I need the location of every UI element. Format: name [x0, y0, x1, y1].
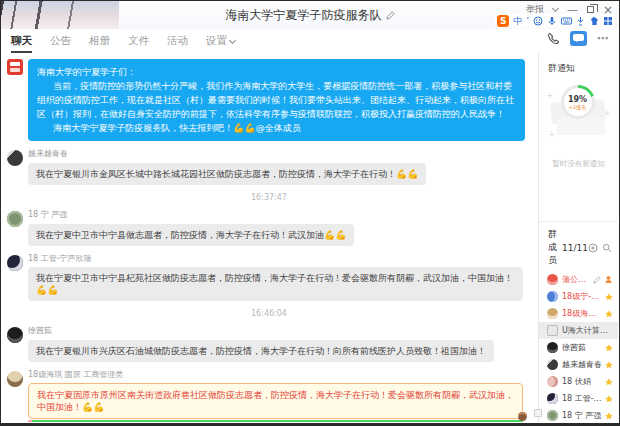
muscle-emoji: 💪💪 [82, 402, 104, 412]
member-avatar [547, 291, 558, 302]
avatar[interactable] [7, 327, 23, 343]
muscle-emoji: 💪💪 [36, 285, 58, 295]
member-row[interactable]: 徐茜茹 ★ [539, 339, 618, 356]
message-bubble[interactable]: 我在宁夏银川市兴庆区石油城做防疫志愿者，防控疫情，海大学子在行动！向所有前线医护… [28, 340, 494, 362]
sender-name: 18级海琪 固原 工商管理类 [28, 369, 523, 380]
tab-activities[interactable]: 活动 [167, 34, 188, 53]
owner-badge-icon [604, 275, 613, 284]
tab-chat[interactable]: 聊天 [11, 34, 32, 53]
star-icon: ★ [605, 309, 613, 319]
mic-icon[interactable] [547, 16, 557, 26]
member-avatar [547, 342, 558, 353]
call-toolbar: ⋯ [547, 31, 609, 46]
chat-message: 18 宁 严强 我在宁夏中卫市中宁县做志愿者，防控疫情，海大学子在行动！武汉加油… [1, 209, 537, 246]
member-row[interactable]: 18级宁-孟子仪 ★ [539, 288, 618, 305]
mention-all[interactable]: @全体成员 [256, 123, 301, 133]
member-avatar [547, 308, 558, 319]
member-avatar [547, 274, 558, 285]
handwriting-icon[interactable] [576, 16, 585, 26]
member-avatar [547, 410, 558, 421]
group-sidebar: 群通知 + + + 19% +1慢充 暂时没有新通知 群成员 11/11 [538, 53, 618, 422]
member-row[interactable]: 18级海琪 固原 工商管理类 ★ [539, 305, 618, 322]
group-video-icon[interactable] [570, 31, 587, 46]
notice-empty-text: 暂时没有新通知 [539, 159, 618, 169]
announcement-message: 海南大学的宁夏学子们： 当前，疫情防控的形势仍然十分严峻，我们作为海南大学的大学… [1, 59, 537, 141]
message-bubble[interactable]: 我在宁夏银川市金凤区长城中路长城花园社区做防疫志愿者，防控疫情，海大学子在行动！… [28, 163, 426, 185]
timestamp: 16:37:47 [1, 193, 537, 202]
tab-albums[interactable]: 相册 [89, 34, 110, 53]
chinese-mode-icon[interactable]: 中 [513, 15, 522, 27]
bubble-progress-bar [28, 420, 523, 422]
group-title: 海南大学宁夏学子防疫服务队 [226, 7, 382, 24]
close-button[interactable]: × [603, 5, 613, 15]
punctuation-icon[interactable]: ’ [526, 15, 529, 27]
sender-name: 越来越青春 [28, 148, 426, 159]
announcement-avatar[interactable] [7, 59, 23, 75]
member-row[interactable]: 蒲公英浮尘 [539, 271, 618, 288]
announcement-salutation: 海南大学的宁夏学子们： [37, 65, 516, 79]
timestamp: 16:46:04 [1, 309, 537, 318]
muscle-emoji: 💪💪 [233, 123, 255, 133]
member-row[interactable]: 越来越青春 ★ [539, 356, 618, 373]
chat-message: 徐茜茹 我在宁夏银川市兴庆区石油城做防疫志愿者，防控疫情，海大学子在行动！向所有… [1, 325, 537, 362]
avatar[interactable] [7, 150, 23, 166]
message-bubble[interactable]: 我在宁夏固原市原州区南关街道政府巷社区做防疫志愿者，防控疫情，海大学子在行动！爱… [28, 383, 523, 419]
edit-card-icon[interactable] [593, 276, 601, 284]
bubble-pet-icon [518, 412, 527, 421]
chat-message-area[interactable]: 海南大学的宁夏学子们： 当前，疫情防控的形势仍然十分严峻，我们作为海南大学的大学… [1, 53, 537, 422]
avatar[interactable] [7, 211, 23, 227]
search-members-icon[interactable] [602, 243, 612, 253]
member-row[interactable]: 18 宁 严强 ★ [539, 407, 618, 424]
announcement-bubble[interactable]: 海南大学的宁夏学子们： 当前，疫情防控的形势仍然十分严峻，我们作为海南大学的大学… [28, 59, 525, 141]
battery-ring-icon: 19% +1慢充 [561, 85, 595, 119]
chat-message: 18 工管-宁严欣瑞 我在宁夏中卫市中宁县杞苑社区做防疫志愿者，防控疫情，海大学… [1, 253, 537, 301]
tab-files[interactable]: 文件 [128, 34, 149, 53]
avatar[interactable] [7, 255, 23, 271]
members-header: 群成员 11/11 [539, 222, 618, 271]
star-icon: ★ [605, 377, 613, 387]
message-bubble[interactable]: 我在宁夏中卫市中宁县做志愿者，防控疫情，海大学子在行动！武汉加油💪💪 [28, 224, 354, 246]
chevron-down-icon [229, 36, 236, 43]
sender-name: 18 宁 严强 [28, 209, 354, 220]
announcement-body: 当前，疫情防控的形势仍然十分严峻，我们作为海南大学的大学生，要根据疫情防控统一部… [37, 79, 516, 121]
avatar[interactable] [7, 371, 23, 387]
star-icon: ★ [605, 411, 613, 421]
notice-empty-illustration: + + + 19% +1慢充 [547, 83, 611, 145]
toolbox-icon[interactable] [603, 16, 613, 26]
message-bubble[interactable]: 我在宁夏中卫市中宁县杞苑社区做防疫志愿者，防控疫情，海大学子在行动！爱会驱散所有… [28, 267, 523, 301]
sidebar-collapse-handle-icon[interactable] [534, 409, 542, 417]
chat-message-highlighted: 18级海琪 固原 工商管理类 我在宁夏固原市原州区南关街道政府巷社区做防疫志愿者… [1, 369, 537, 422]
member-avatar [547, 359, 558, 370]
qq-group-chat-window: 海南大学宁夏学子防疫服务队 举报 — × S 中 ’ 聊天 公告 相册 文件 活… [0, 0, 620, 426]
sogou-logo-icon[interactable]: S [497, 15, 509, 27]
chevron-down-icon[interactable] [552, 5, 559, 12]
tab-settings[interactable]: 设置 [206, 34, 235, 53]
member-row[interactable]: 18 伏娟 ★ [539, 373, 618, 390]
group-notice-header: 群通知 [539, 53, 618, 75]
phone-call-icon[interactable] [547, 32, 560, 45]
minimize-button[interactable]: — [567, 6, 578, 14]
more-actions-button[interactable]: ⋯ [597, 32, 609, 45]
emoji-picker-icon[interactable] [533, 16, 543, 26]
star-icon: ★ [605, 394, 613, 404]
member-avatar [547, 325, 558, 336]
restore-button[interactable] [587, 6, 594, 13]
ime-toolbar: S 中 ’ [495, 14, 615, 28]
muscle-emoji: 💪💪 [324, 230, 346, 240]
tab-bar: 聊天 公告 相册 文件 活动 设置 [1, 29, 619, 53]
soft-keyboard-icon[interactable] [561, 16, 572, 26]
chat-message: 越来越青春 我在宁夏银川市金凤区长城中路长城花园社区做防疫志愿者，防控疫情，海大… [1, 148, 537, 185]
member-avatar [547, 393, 558, 404]
star-icon: ★ [605, 360, 613, 370]
star-icon: ★ [605, 292, 613, 302]
add-member-icon[interactable] [588, 243, 598, 253]
skin-icon[interactable] [589, 16, 599, 26]
member-row[interactable]: 18 工管-宁严欣瑞 ★ [539, 390, 618, 407]
star-icon: ★ [605, 343, 613, 353]
edit-title-icon[interactable] [386, 11, 395, 20]
member-count: 11/11 [562, 243, 588, 253]
title-bar: 海南大学宁夏学子防疫服务队 举报 — × S 中 ’ [1, 1, 619, 29]
sender-name: 徐茜茹 [28, 325, 494, 336]
tab-announcements[interactable]: 公告 [50, 34, 71, 53]
member-row-selected[interactable]: U海大计算机 监池 [539, 322, 618, 339]
